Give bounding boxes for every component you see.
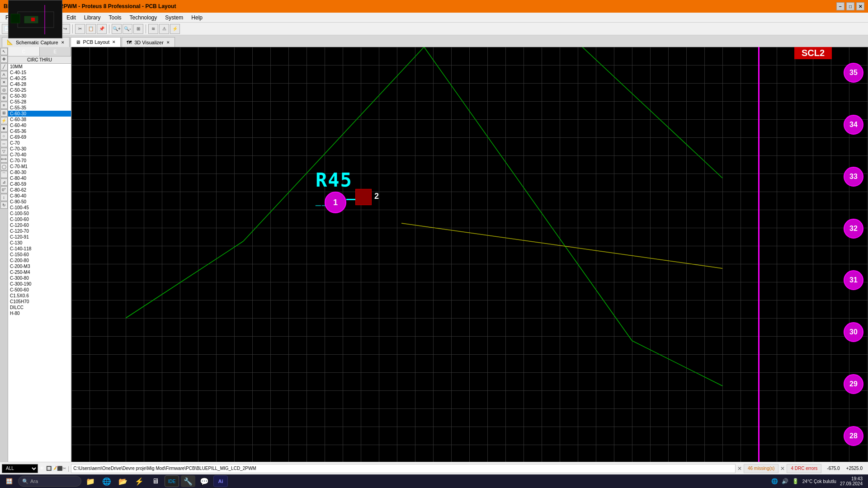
list-item[interactable]: C-250-M4 bbox=[8, 269, 71, 275]
taskbar-app-ide[interactable]: IDE bbox=[165, 475, 179, 487]
list-item[interactable]: C-69-69 bbox=[8, 134, 71, 140]
tb-drc[interactable]: ⚠ bbox=[159, 24, 169, 34]
list-item[interactable]: C1.5X0.6 bbox=[8, 293, 71, 299]
list-item[interactable]: C-120-60 bbox=[8, 222, 71, 228]
tool-power[interactable]: ⚡ bbox=[0, 117, 8, 124]
tool-component[interactable]: ◎ bbox=[0, 86, 8, 94]
list-item[interactable]: C-80-59 bbox=[8, 181, 71, 187]
menu-edit[interactable]: Edit bbox=[63, 14, 80, 22]
pcb-close[interactable]: ✕ bbox=[112, 40, 116, 44]
tb-copy[interactable]: 📋 bbox=[86, 24, 96, 34]
menu-library[interactable]: Library bbox=[80, 14, 104, 22]
list-item[interactable]: C-90-40 bbox=[8, 193, 71, 199]
taskbar-app-chat[interactable]: 💬 bbox=[197, 475, 212, 487]
list-item[interactable]: C-60-38 bbox=[8, 117, 71, 122]
taskbar-app-terminal[interactable]: 🖥 bbox=[148, 475, 163, 487]
list-item[interactable]: C-300-190 bbox=[8, 281, 71, 287]
tb-ratsnest[interactable]: ≋ bbox=[148, 24, 158, 34]
start-button[interactable]: 🪟 bbox=[2, 475, 16, 487]
tool-via[interactable]: ○ bbox=[0, 132, 8, 140]
tool-net[interactable]: ⊞ bbox=[0, 109, 8, 117]
tool-bus[interactable]: ≡ bbox=[0, 102, 8, 109]
tab-3d[interactable]: 🗺 3D Visualizer ✕ bbox=[122, 37, 175, 47]
tool-probe[interactable]: ⊿ bbox=[0, 178, 8, 186]
tab-schematic[interactable]: 📐 Schematic Capture ✕ bbox=[2, 37, 70, 47]
list-item[interactable]: C-130 bbox=[8, 240, 71, 246]
tool-x[interactable]: ✕ bbox=[0, 79, 8, 86]
list-item[interactable]: C-70-40 bbox=[8, 152, 71, 158]
pin1-circle[interactable]: 1 bbox=[325, 192, 346, 213]
minimize-button[interactable]: − bbox=[836, 2, 844, 10]
menu-help[interactable]: Help bbox=[188, 14, 206, 22]
taskbar-app-browser[interactable]: 🌐 bbox=[99, 475, 114, 487]
layer-select[interactable]: ALL bbox=[2, 464, 38, 473]
list-item[interactable]: C-80-62 bbox=[8, 187, 71, 193]
list-item[interactable]: H-80 bbox=[8, 310, 71, 316]
list-item[interactable]: C-140-118 bbox=[8, 246, 71, 252]
taskbar-app-ai[interactable]: Ai bbox=[213, 475, 228, 487]
list-item[interactable]: C-300-80 bbox=[8, 275, 71, 281]
list-item[interactable]: C-55-35 bbox=[8, 105, 71, 111]
tool-move[interactable]: ✥ bbox=[0, 56, 8, 63]
list-item[interactable]: C-100-50 bbox=[8, 211, 71, 216]
volume-icon[interactable]: 🔊 bbox=[782, 478, 788, 484]
pcb-canvas[interactable]: SCL2 R45── 1 2 35 34 33 32 31 30 29 28 bbox=[71, 47, 868, 462]
list-item[interactable]: C-50-30 bbox=[8, 93, 71, 99]
layer-visibility-icon[interactable]: 👁 bbox=[40, 466, 44, 471]
pin2-pad[interactable] bbox=[355, 189, 372, 205]
tb-route[interactable]: ⚡ bbox=[170, 24, 180, 34]
missing-count[interactable]: 46 missing(s) bbox=[744, 464, 778, 473]
list-item[interactable]: C-80-30 bbox=[8, 169, 71, 175]
taskbar-app-vscode[interactable]: ⚡ bbox=[132, 475, 146, 487]
filepath-close[interactable]: ✕ bbox=[737, 465, 742, 472]
list-item[interactable]: C-150-60 bbox=[8, 252, 71, 258]
list-item[interactable]: C-70-30 bbox=[8, 146, 71, 152]
tool-track[interactable]: ─ bbox=[0, 140, 8, 147]
list-item[interactable]: C-120-70 bbox=[8, 228, 71, 234]
tool-circle[interactable]: ◯ bbox=[0, 163, 8, 170]
list-item[interactable]: C-65-36 bbox=[8, 128, 71, 134]
tool-wire[interactable]: ╱ bbox=[0, 63, 8, 70]
list-item[interactable]: C-200-80 bbox=[8, 258, 71, 263]
list-item[interactable]: C-500-60 bbox=[8, 287, 71, 293]
list-item[interactable]: C-70-M1 bbox=[8, 164, 71, 169]
list-item[interactable]: C-100-60 bbox=[8, 216, 71, 222]
list-item[interactable]: C-100-45 bbox=[8, 205, 71, 211]
component-list[interactable]: 10MMC-40-15C-40-25C-48-28C-50-25C-50-30C… bbox=[8, 64, 71, 462]
schematic-close[interactable]: ✕ bbox=[61, 40, 65, 45]
tb-paste[interactable]: 📌 bbox=[97, 24, 107, 34]
list-item[interactable]: C-90-50 bbox=[8, 199, 71, 205]
list-item[interactable]: C-60-30 bbox=[8, 111, 71, 117]
battery-icon[interactable]: 🔋 bbox=[792, 478, 799, 484]
tool-pin[interactable]: ⊕ bbox=[0, 94, 8, 101]
tool-text[interactable]: A bbox=[0, 71, 8, 78]
list-item[interactable]: C-40-25 bbox=[8, 75, 71, 81]
tool-poly[interactable]: ▽ bbox=[0, 148, 8, 155]
r45-component[interactable]: R45── 1 2 bbox=[316, 169, 353, 213]
tool-0[interactable]: 0° bbox=[0, 186, 8, 193]
tool-select[interactable]: ↖ bbox=[0, 48, 8, 55]
list-item[interactable]: C-40-15 bbox=[8, 70, 71, 75]
tb-zoom-in[interactable]: 🔍+ bbox=[112, 24, 122, 34]
list-item[interactable]: C-60-40 bbox=[8, 122, 71, 128]
maximize-button[interactable]: □ bbox=[846, 2, 854, 10]
list-item[interactable]: C-200-M3 bbox=[8, 263, 71, 269]
tb-cut[interactable]: ✂ bbox=[75, 24, 85, 34]
list-item[interactable]: C-70 bbox=[8, 140, 71, 146]
taskbar-app-folder[interactable]: 📂 bbox=[116, 475, 130, 487]
list-item[interactable]: C-50-25 bbox=[8, 87, 71, 93]
list-item[interactable]: C-80-40 bbox=[8, 175, 71, 181]
taskbar-search[interactable]: 🔍 Ara bbox=[18, 476, 81, 487]
tool-arc[interactable]: ⌒ bbox=[0, 171, 8, 178]
list-item[interactable]: C-55-28 bbox=[8, 99, 71, 105]
list-item[interactable]: C-48-28 bbox=[8, 81, 71, 87]
tb-zoom-out[interactable]: 🔍- bbox=[123, 24, 132, 34]
list-item[interactable]: C-120-91 bbox=[8, 234, 71, 240]
tool-rotate[interactable]: ↻ bbox=[0, 202, 8, 209]
tab-pcb[interactable]: 🖥 PCB Layout ✕ bbox=[71, 37, 121, 47]
list-item[interactable]: DILCC bbox=[8, 305, 71, 310]
panel-tab-c[interactable]: C bbox=[8, 47, 40, 56]
drc-errors[interactable]: 4 DRC errors bbox=[787, 464, 821, 473]
missing-close[interactable]: ✕ bbox=[780, 465, 785, 472]
menu-technology[interactable]: Technology bbox=[126, 14, 161, 22]
